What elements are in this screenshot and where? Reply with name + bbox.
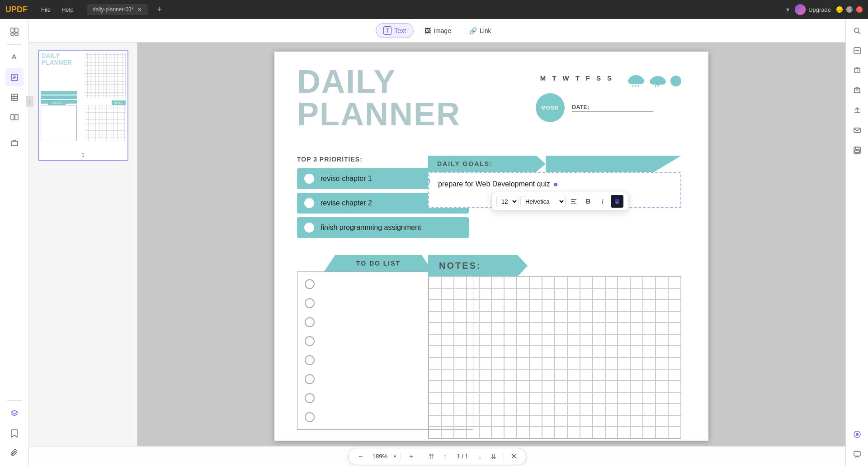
circle-icon: [670, 76, 681, 86]
right-icon-mail[interactable]: [849, 122, 865, 138]
mood-date-row: MOOD DATE:: [536, 93, 681, 122]
sidebar-item-paint[interactable]: [5, 48, 24, 67]
sidebar-item-table[interactable]: [5, 88, 24, 106]
notes-cell: [529, 404, 542, 415]
notes-cell: [454, 334, 467, 346]
tab-title: daily-planner-03*: [93, 6, 134, 13]
menu-file[interactable]: File: [37, 5, 55, 15]
notes-cell: [656, 276, 668, 288]
right-icon-1[interactable]: [849, 43, 865, 59]
notes-cell: [643, 334, 656, 346]
notes-cell: [467, 415, 479, 427]
minimize-button[interactable]: —: [836, 6, 843, 13]
todo-circle-1[interactable]: [305, 279, 315, 289]
todo-circle-6[interactable]: [305, 374, 315, 384]
sidebar-item-compare[interactable]: [5, 108, 24, 126]
right-icon-upload[interactable]: [849, 102, 865, 119]
tab-close-icon[interactable]: ✕: [137, 6, 142, 13]
sidebar-collapse-button[interactable]: ›: [26, 96, 33, 107]
pdf-canvas[interactable]: DAILY PLANNER M T W T F S S: [137, 43, 845, 446]
todo-circle-4[interactable]: [305, 336, 315, 346]
right-icon-save[interactable]: [849, 142, 865, 158]
italic-button[interactable]: I: [596, 195, 609, 208]
thumbnail-page-1[interactable]: DAILYPLANNER: [38, 50, 128, 161]
notes-cell: [656, 288, 668, 300]
collapse-icon[interactable]: ▾: [786, 6, 789, 13]
right-icon-chat[interactable]: [849, 426, 865, 442]
priority-text-3: finish programming assignment: [321, 223, 421, 232]
notes-cell: [454, 369, 467, 381]
notes-cell: [605, 346, 618, 357]
right-icon-comment[interactable]: [849, 446, 865, 462]
active-tab[interactable]: daily-planner-03* ✕: [87, 4, 148, 15]
app-logo: UPDF: [5, 5, 28, 14]
notes-cell: [479, 392, 492, 404]
sidebar-divider-3: [7, 400, 22, 401]
priority-checkbox-3[interactable]: [304, 223, 314, 233]
sidebar-item-thumbnail[interactable]: [5, 23, 24, 41]
link-tool-label: Link: [480, 27, 491, 34]
zoom-out-button[interactable]: −: [355, 451, 366, 462]
thumbnail-page-number: 1: [39, 150, 127, 160]
sidebar-item-layers[interactable]: [5, 404, 24, 423]
todo-circle-7[interactable]: [305, 393, 315, 403]
zoom-divider-2: [421, 452, 421, 461]
right-icon-3[interactable]: [849, 82, 865, 99]
image-tool-button[interactable]: 🖼 Image: [417, 24, 458, 37]
mood-date-area: M T W T F S S: [536, 74, 681, 122]
nav-prev-button[interactable]: ↑: [439, 451, 450, 462]
menu-help[interactable]: Help: [57, 5, 78, 15]
todo-circle-8[interactable]: [305, 412, 315, 422]
notes-cell: [479, 357, 492, 369]
notes-cell: [605, 300, 618, 311]
notes-cell: [555, 288, 567, 300]
color-picker-button[interactable]: [611, 195, 623, 208]
link-tool-button[interactable]: 🔗 Link: [462, 24, 499, 37]
notes-grid: [428, 276, 681, 439]
notes-cell: [491, 288, 504, 300]
notes-cell: [593, 415, 605, 427]
notes-cell: [504, 346, 517, 357]
notes-cell: [517, 380, 529, 392]
sidebar-item-ocr[interactable]: [5, 134, 24, 152]
font-family-select[interactable]: Helvetica: [520, 196, 566, 207]
maximize-button[interactable]: ❐: [846, 6, 853, 13]
nav-last-button[interactable]: ⇊: [488, 451, 499, 462]
zoom-in-button[interactable]: +: [406, 451, 416, 462]
sidebar-item-paperclip[interactable]: [5, 444, 24, 462]
font-size-select[interactable]: 12: [496, 196, 519, 207]
cloud-icon: [649, 74, 667, 88]
notes-cell: [491, 415, 504, 427]
close-zoom-button[interactable]: ✕: [509, 451, 519, 462]
nav-next-button[interactable]: ↓: [475, 451, 486, 462]
priority-checkbox-2[interactable]: [304, 198, 314, 208]
sidebar-item-edit[interactable]: [5, 68, 24, 86]
notes-cell: [441, 323, 454, 334]
todo-circle-3[interactable]: [305, 317, 315, 327]
notes-cell: [441, 300, 454, 311]
notes-cell: [580, 357, 593, 369]
svg-line-19: [632, 85, 633, 87]
notes-cell: [630, 404, 643, 415]
todo-circle-2[interactable]: [305, 298, 315, 308]
notes-cell: [618, 276, 630, 288]
upgrade-button[interactable]: Upgrade: [795, 4, 831, 15]
zoom-dropdown-icon[interactable]: ▾: [394, 454, 396, 459]
right-search-icon[interactable]: [849, 23, 865, 39]
bold-button[interactable]: B: [582, 195, 594, 208]
right-icon-2[interactable]: [849, 62, 865, 79]
close-button[interactable]: [856, 6, 863, 13]
notes-cell: [580, 346, 593, 357]
nav-first-button[interactable]: ⇈: [426, 451, 437, 462]
sidebar-item-bookmark[interactable]: [5, 424, 24, 442]
notes-cell: [479, 334, 492, 346]
priority-checkbox-1[interactable]: [304, 174, 314, 184]
notes-cell: [567, 276, 580, 288]
svg-rect-42: [855, 150, 859, 152]
text-tool-button[interactable]: T Text: [376, 23, 414, 38]
todo-circle-5[interactable]: [305, 355, 315, 365]
thumbnail-panel: DAILYPLANNER: [29, 43, 137, 446]
notes-cell: [529, 323, 542, 334]
add-tab-button[interactable]: +: [153, 4, 165, 15]
align-button[interactable]: [567, 195, 580, 208]
